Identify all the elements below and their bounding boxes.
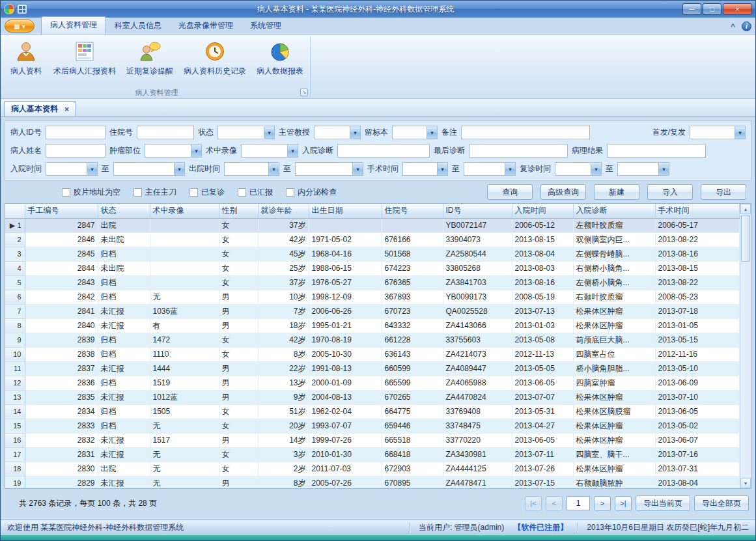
grid-cell[interactable]: 女 bbox=[219, 261, 258, 275]
grid-cell[interactable]: 2835 bbox=[25, 390, 98, 404]
grid-cell[interactable]: 668418 bbox=[382, 447, 443, 462]
chevron-down-icon[interactable]: ▾ bbox=[191, 145, 201, 157]
grid-cell[interactable]: 无 bbox=[150, 476, 219, 488]
row-indicator[interactable]: 2 bbox=[5, 232, 25, 247]
grid-cell[interactable]: 1976-05-27 bbox=[309, 275, 382, 290]
chevron-down-icon[interactable]: ▾ bbox=[352, 163, 363, 175]
tab-patient-basic-info[interactable]: 病人基本资料 × bbox=[4, 101, 76, 117]
patient-data-button[interactable]: 病人资料 bbox=[5, 38, 48, 88]
first-page-button[interactable]: |< bbox=[525, 496, 542, 511]
prev-page-button[interactable]: < bbox=[546, 496, 563, 511]
export-current-page-button[interactable]: 导出当前页 bbox=[636, 495, 690, 511]
grid-cell[interactable]: 1999-07-26 bbox=[309, 433, 382, 447]
grid-cell[interactable]: 2013-07-07 bbox=[512, 390, 573, 404]
grid-cell[interactable]: 676166 bbox=[382, 232, 443, 247]
grid-cell[interactable]: 右侧桥小脑角... bbox=[573, 261, 655, 275]
grid-cell[interactable]: 1519 bbox=[150, 376, 219, 390]
chevron-down-icon[interactable]: ▾ bbox=[264, 126, 274, 139]
chevron-down-icon[interactable]: ▾ bbox=[427, 126, 437, 139]
grid-cell[interactable]: 2008-05-23 bbox=[655, 290, 740, 304]
row-indicator[interactable]: 17 bbox=[5, 447, 25, 462]
grid-cell[interactable]: 未汇报 bbox=[98, 390, 150, 404]
grid-cell[interactable]: 归档 bbox=[98, 290, 150, 304]
grid-cell[interactable]: 2833 bbox=[25, 419, 98, 433]
grid-cell[interactable]: 2000-01-09 bbox=[309, 376, 382, 390]
table-row[interactable]: 182830出院无女2岁2011-07-03672903ZA4444125201… bbox=[5, 462, 740, 476]
filter-checkbox-film-empty[interactable]: 胶片地址为空 bbox=[62, 187, 120, 198]
table-row[interactable]: 92839归档1472女42岁1970-08-19661228337556032… bbox=[5, 333, 740, 347]
pathology-input[interactable] bbox=[607, 144, 706, 158]
grid-cell[interactable]: 女 bbox=[219, 419, 258, 433]
grid-cell[interactable]: 归档 bbox=[98, 419, 150, 433]
grid-cell[interactable]: 2841 bbox=[25, 304, 98, 318]
checkbox-icon[interactable] bbox=[62, 188, 70, 197]
surgery-time-to-combo[interactable]: ▾ bbox=[464, 162, 516, 176]
remark-input[interactable] bbox=[461, 126, 590, 139]
row-indicator[interactable]: 4 bbox=[5, 261, 25, 275]
grid-cell[interactable]: 51岁 bbox=[258, 404, 309, 419]
grid-cell[interactable]: 37岁 bbox=[258, 275, 309, 290]
grid-cell[interactable]: 8岁 bbox=[258, 347, 309, 361]
grid-cell[interactable]: 出院 bbox=[98, 218, 150, 232]
grid-cell[interactable]: 2013-08-15 bbox=[655, 261, 740, 275]
grid-cell[interactable]: ZA2580544 bbox=[443, 247, 512, 261]
row-indicator[interactable]: 7 bbox=[5, 304, 25, 318]
grid-cell[interactable]: 1505 bbox=[150, 404, 219, 419]
grid-cell[interactable]: 2013-07-31 bbox=[655, 462, 740, 476]
row-indicator[interactable]: 12 bbox=[5, 376, 25, 390]
grid-cell[interactable]: 22岁 bbox=[258, 361, 309, 376]
grid-cell[interactable]: 14岁 bbox=[258, 433, 309, 447]
vertical-scrollbar[interactable]: ▲ ▼ bbox=[740, 204, 751, 488]
first-relapse-combo[interactable]: ▾ bbox=[690, 126, 746, 139]
filter-checkbox-revisited[interactable]: 已复诊 bbox=[189, 187, 225, 198]
tab-system-management[interactable]: 系统管理 bbox=[242, 18, 290, 35]
grid-cell[interactable]: 1968-04-16 bbox=[309, 247, 382, 261]
grid-cell[interactable]: ZA4143066 bbox=[443, 318, 512, 333]
grid-cell[interactable]: 2005-10-30 bbox=[309, 347, 382, 361]
scroll-up-icon[interactable]: ▲ bbox=[740, 204, 751, 214]
specimen-combo[interactable]: ▾ bbox=[392, 126, 438, 139]
grid-cell[interactable]: 松果体区肿瘤 bbox=[573, 304, 655, 318]
grid-cell[interactable]: 2013-05-31 bbox=[512, 404, 573, 419]
grid-cell[interactable]: 女 bbox=[219, 462, 258, 476]
table-row[interactable]: 152833归档无女20岁1993-07-0765944633748475201… bbox=[5, 419, 740, 433]
grid-cell[interactable]: 2013-08-04 bbox=[655, 476, 740, 488]
grid-cell[interactable]: 松果体区脑膜瘤 bbox=[573, 404, 655, 419]
grid-cell[interactable]: 2006-05-17 bbox=[655, 218, 740, 232]
grid-cell[interactable] bbox=[150, 218, 219, 232]
quick-access-grid-icon[interactable] bbox=[17, 4, 27, 14]
grid-cell[interactable]: 未出院 bbox=[98, 232, 150, 247]
grid-cell[interactable]: 男 bbox=[219, 376, 258, 390]
column-header[interactable]: 入院时间 bbox=[512, 204, 573, 218]
grid-cell[interactable]: 男 bbox=[219, 476, 258, 488]
grid-cell[interactable]: 1995-01-21 bbox=[309, 318, 382, 333]
chevron-down-icon[interactable]: ▾ bbox=[174, 163, 184, 175]
grid-cell[interactable]: ZA3430981 bbox=[443, 447, 512, 462]
tab-disc-video-management[interactable]: 光盘录像带管理 bbox=[170, 18, 242, 35]
table-row[interactable]: 112837未汇报1444男22岁1991-08-13660599ZA40894… bbox=[5, 361, 740, 376]
grid-cell[interactable]: 未出院 bbox=[98, 261, 150, 275]
export-button[interactable]: 导出 bbox=[701, 184, 746, 200]
grid-cell[interactable]: 670723 bbox=[382, 304, 443, 318]
hospital-no-input[interactable] bbox=[137, 126, 194, 139]
grid-cell[interactable]: 2843 bbox=[25, 275, 98, 290]
grid-cell[interactable]: 2013-05-05 bbox=[512, 361, 573, 376]
grid-cell[interactable]: 2847 bbox=[25, 218, 98, 232]
grid-cell[interactable]: 674223 bbox=[382, 261, 443, 275]
grid-cell[interactable]: 2013-05-10 bbox=[655, 361, 740, 376]
grid-cell[interactable]: 男 bbox=[219, 304, 258, 318]
checkbox-icon[interactable] bbox=[133, 188, 142, 197]
grid-cell[interactable]: ZA4214073 bbox=[443, 347, 512, 361]
grid-cell[interactable]: 2829 bbox=[25, 476, 98, 488]
grid-cell[interactable]: 2013-04-27 bbox=[512, 419, 573, 433]
grid-cell[interactable]: 2830 bbox=[25, 462, 98, 476]
column-header[interactable]: 入院诊断 bbox=[573, 204, 655, 218]
postop-report-button[interactable]: 术后病人汇报资料 bbox=[49, 38, 120, 88]
grid-cell[interactable]: 2013-08-22 bbox=[655, 275, 740, 290]
grid-cell[interactable]: 四脑室肿瘤 bbox=[573, 376, 655, 390]
next-page-button[interactable]: > bbox=[594, 496, 611, 511]
grid-cell[interactable]: 右额颞脑脓肿 bbox=[573, 476, 655, 488]
grid-cell[interactable]: 男 bbox=[219, 290, 258, 304]
grid-cell[interactable]: 2013-05-08 bbox=[512, 333, 573, 347]
table-row[interactable]: 142834归档1505女51岁1962-02-0466477533769408… bbox=[5, 404, 740, 419]
